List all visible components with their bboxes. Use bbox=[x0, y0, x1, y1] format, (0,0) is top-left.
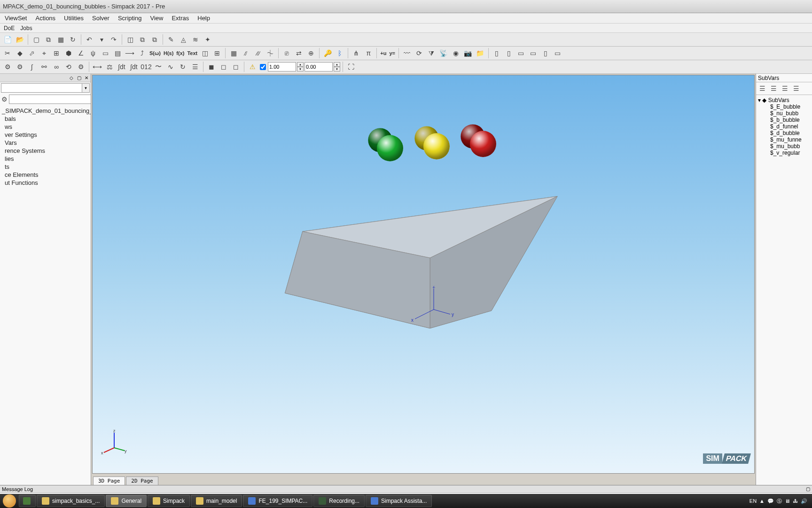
tree-item[interactable]: ce Elements bbox=[1, 171, 90, 179]
tree-item[interactable]: ut Functions bbox=[1, 179, 90, 187]
tool-c-icon[interactable]: ⬀ bbox=[26, 48, 38, 59]
taskbar-item[interactable]: simpack_basics_... bbox=[37, 495, 105, 507]
menu-actions[interactable]: Actions bbox=[31, 14, 59, 23]
eraser-icon[interactable]: ◫ bbox=[199, 48, 211, 59]
view3-icon[interactable]: ▭ bbox=[515, 48, 527, 59]
screen-icon[interactable]: ⎚ bbox=[281, 48, 292, 59]
jxdt3-icon[interactable]: ∫dt bbox=[128, 61, 140, 72]
menu-help[interactable]: Help bbox=[194, 14, 214, 23]
wave-icon[interactable]: 〰 bbox=[401, 48, 413, 59]
expand-icon[interactable]: ⛶ bbox=[345, 61, 357, 72]
subvars-view2-icon[interactable]: ☰ bbox=[768, 83, 779, 94]
swap-icon[interactable]: ⇄ bbox=[293, 48, 304, 59]
pi-icon[interactable]: π bbox=[363, 48, 374, 59]
spring-icon[interactable]: ≋ bbox=[190, 34, 201, 45]
menu-solver[interactable]: Solver bbox=[88, 14, 113, 23]
page-icon[interactable]: ▢ bbox=[31, 34, 42, 45]
taskbar-item[interactable]: Recording... bbox=[313, 495, 365, 507]
subvars-tree[interactable]: ▾ ◆ SubVars $_E_bubble $_nu_bubb $_b_bub… bbox=[756, 95, 812, 485]
3d-viewport[interactable]: z x y z x y SIM bbox=[92, 75, 755, 474]
bluetooth-icon[interactable]: ᛒ bbox=[334, 48, 345, 59]
hatch2-icon[interactable]: ⫽ bbox=[240, 48, 251, 59]
tab-2d-page[interactable]: 2D Page bbox=[126, 476, 158, 485]
detach-icon[interactable]: ◇ bbox=[68, 75, 75, 81]
filter2-icon[interactable]: ⧩ bbox=[426, 48, 437, 59]
compass-icon[interactable]: ◬ bbox=[178, 34, 189, 45]
new-icon[interactable]: 📄 bbox=[2, 34, 13, 45]
cube-solid-icon[interactable]: ◼ bbox=[206, 61, 217, 72]
chart-icon[interactable]: 〜 bbox=[153, 61, 164, 72]
subvar-item[interactable]: $_E_bubble bbox=[757, 103, 811, 110]
tree-item[interactable]: ws bbox=[1, 123, 90, 131]
globe-icon[interactable]: ◉ bbox=[450, 48, 461, 59]
refresh-icon[interactable]: ↻ bbox=[67, 34, 78, 45]
spin1-buttons[interactable]: ▲▼ bbox=[297, 62, 304, 71]
tree-filter-input[interactable] bbox=[9, 95, 91, 104]
share-icon[interactable]: ⤴ bbox=[136, 48, 148, 59]
maximize-log-icon[interactable]: ▢ bbox=[806, 486, 810, 492]
subvars-root[interactable]: ▾ ◆ SubVars bbox=[757, 97, 811, 103]
hs-label[interactable]: H(s) bbox=[163, 50, 174, 56]
taskbar-item[interactable]: Simpack bbox=[148, 495, 190, 507]
tree-item[interactable]: ts bbox=[1, 163, 90, 171]
subvars-view4-icon[interactable]: ☰ bbox=[791, 83, 801, 94]
tree-item[interactable]: rence Systems bbox=[1, 147, 90, 155]
sw-label[interactable]: S(ω) bbox=[148, 50, 162, 56]
calendar-icon[interactable]: ▦ bbox=[55, 34, 66, 45]
tray-display-icon[interactable]: 🖥 bbox=[785, 498, 790, 504]
frame-icon[interactable]: ▭ bbox=[100, 48, 111, 59]
menu-scripting[interactable]: Scripting bbox=[114, 14, 146, 23]
tray-up-icon[interactable]: ▲ bbox=[759, 498, 765, 504]
gear-icon[interactable]: ⚙ bbox=[2, 61, 13, 72]
rotate-icon[interactable]: ⟲ bbox=[63, 61, 74, 72]
list-icon[interactable]: ☰ bbox=[189, 61, 201, 72]
balance-icon[interactable]: ⚖ bbox=[104, 61, 115, 72]
tuning-fork-icon[interactable]: ⋔ bbox=[351, 48, 362, 59]
view2-icon[interactable]: ▯ bbox=[503, 48, 515, 59]
undo-dropdown-icon[interactable]: ▾ bbox=[96, 34, 107, 45]
loop-icon[interactable]: ⟳ bbox=[414, 48, 425, 59]
subvar-item[interactable]: $_v_regular bbox=[757, 150, 811, 156]
tool-e-icon[interactable]: ⊞ bbox=[51, 48, 62, 59]
key-icon[interactable]: 🔑 bbox=[322, 48, 333, 59]
tree-item[interactable]: bals bbox=[1, 115, 90, 123]
text-label[interactable]: Text bbox=[186, 50, 198, 56]
tool-a-icon[interactable]: ✂ bbox=[2, 48, 13, 59]
camera-icon[interactable]: 📷 bbox=[462, 48, 474, 59]
arrow-right-icon[interactable]: ⟶ bbox=[124, 48, 135, 59]
spin1-input[interactable] bbox=[268, 62, 296, 71]
jxdt-icon[interactable]: ∫ bbox=[26, 61, 38, 72]
menu-utilities[interactable]: Utilities bbox=[60, 14, 87, 23]
subvars-view3-icon[interactable]: ☰ bbox=[780, 83, 790, 94]
maximize-icon[interactable]: ▢ bbox=[76, 75, 82, 81]
tool-d-icon[interactable]: ⌖ bbox=[39, 48, 50, 59]
tree-item[interactable]: ver Settings bbox=[1, 131, 90, 139]
subvar-item[interactable]: $_d_bubble bbox=[757, 130, 811, 136]
taskbar-item[interactable]: Simpack Assista... bbox=[366, 495, 432, 507]
filter-icon[interactable]: ⚙ bbox=[1, 95, 8, 104]
box1-icon[interactable]: ◫ bbox=[125, 34, 136, 45]
chevron-down-icon[interactable]: ▼ bbox=[82, 84, 89, 92]
submenu-jobs[interactable]: Jobs bbox=[20, 25, 32, 32]
measure1-icon[interactable]: ⟷ bbox=[92, 61, 103, 72]
grid-icon[interactable]: ⊞ bbox=[211, 48, 223, 59]
cylinder-icon[interactable]: ⬢ bbox=[63, 48, 74, 59]
gear2-icon[interactable]: ⚙ bbox=[14, 61, 25, 72]
tray-volume-icon[interactable]: 🔊 bbox=[801, 498, 807, 504]
open-icon[interactable]: 📂 bbox=[14, 34, 25, 45]
chain-icon[interactable]: ∞ bbox=[51, 61, 62, 72]
hatch1-icon[interactable]: ▦ bbox=[228, 48, 239, 59]
menu-viewset[interactable]: ViewSet bbox=[1, 14, 31, 23]
chart2-icon[interactable]: ∿ bbox=[165, 61, 176, 72]
cube-iso-icon[interactable]: ◻ bbox=[230, 61, 242, 72]
taskbar-item[interactable]: General bbox=[106, 495, 147, 507]
undo-icon[interactable]: ↶ bbox=[84, 34, 95, 45]
start-button[interactable] bbox=[3, 494, 16, 508]
tab-3d-page[interactable]: 3D Page bbox=[93, 476, 125, 485]
taskbar-item[interactable]: main_model bbox=[191, 495, 242, 507]
copy-icon[interactable]: ⧉ bbox=[43, 34, 54, 45]
antenna-icon[interactable]: 📡 bbox=[438, 48, 449, 59]
tree-view-combo[interactable]: ▼ bbox=[1, 83, 90, 93]
angle-icon[interactable]: ∠ bbox=[75, 48, 86, 59]
taskbar-item[interactable]: FE_199_SIMPAC... bbox=[243, 495, 312, 507]
